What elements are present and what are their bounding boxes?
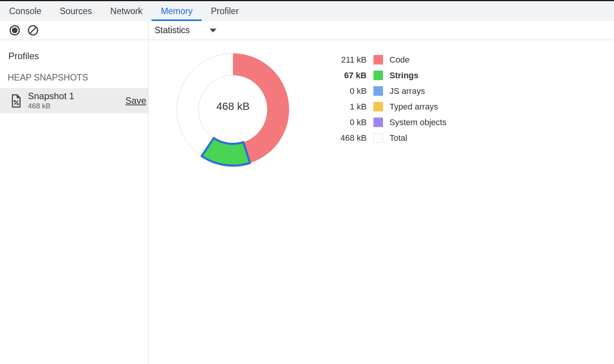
clear-button[interactable] — [24, 22, 41, 39]
tab-console[interactable]: Console — [0, 1, 50, 21]
snapshot-text: Snapshot 1 468 kB — [28, 91, 74, 110]
pie-slice-strings[interactable] — [202, 138, 250, 166]
toolbar-row: Statistics — [0, 21, 614, 40]
perspective-dropdown[interactable]: Statistics — [155, 25, 217, 35]
legend-swatch-strings — [373, 71, 383, 80]
perspective-dropdown-value: Statistics — [155, 25, 190, 35]
tab-memory[interactable]: Memory — [152, 1, 202, 21]
record-icon — [10, 25, 20, 35]
statistics-view: 468 kB 211 kBCode67 kBStrings0 kBJS arra… — [149, 40, 614, 364]
legend-value: 1 kB — [327, 102, 367, 112]
legend-value: 0 kB — [327, 118, 367, 127]
legend-label: Total — [389, 133, 407, 143]
devtools-tabbar: Console Sources Network Memory Profiler — [0, 1, 614, 21]
statistics-toolbar: Statistics — [149, 21, 614, 40]
legend-row-strings[interactable]: 67 kBStrings — [327, 68, 446, 83]
legend-label: System objects — [389, 118, 446, 127]
legend-row-js-arrays[interactable]: 0 kBJS arrays — [327, 83, 446, 99]
donut-center-label: 468 kB — [202, 100, 263, 113]
legend-row-typed-arrays[interactable]: 1 kBTyped arrays — [327, 99, 446, 114]
tab-sources[interactable]: Sources — [50, 1, 101, 21]
clear-icon — [28, 25, 38, 35]
snapshot-item[interactable]: Snapshot 1 468 kB Save — [0, 88, 148, 113]
legend-row-code[interactable]: 211 kBCode — [327, 52, 446, 68]
snapshot-size: 468 kB — [28, 102, 74, 110]
chevron-down-icon — [210, 29, 217, 32]
legend-label: Code — [389, 55, 410, 65]
legend-swatch-code — [373, 55, 383, 64]
legend-label: Strings — [389, 71, 418, 81]
snapshot-name: Snapshot 1 — [28, 91, 74, 101]
legend-value: 468 kB — [327, 133, 367, 143]
legend: 211 kBCode67 kBStrings0 kBJS arrays1 kBT… — [327, 52, 446, 146]
legend-swatch-total — [373, 133, 383, 143]
heap-snapshot-file-icon — [11, 94, 21, 108]
legend-value: 211 kB — [327, 55, 367, 65]
heap-snapshots-header: HEAP SNAPSHOTS — [8, 72, 148, 83]
devtools-memory-panel: Console Sources Network Memory Profiler … — [0, 0, 614, 364]
legend-row-system-objects[interactable]: 0 kBSystem objects — [327, 114, 446, 130]
legend-value: 67 kB — [327, 71, 367, 81]
legend-value: 0 kB — [327, 86, 367, 96]
legend-row-total[interactable]: 468 kBTotal — [327, 130, 446, 146]
legend-swatch-system-objects — [373, 118, 383, 127]
legend-label: JS arrays — [389, 86, 425, 96]
profiles-toolbar — [0, 21, 149, 40]
legend-swatch-typed-arrays — [373, 102, 383, 111]
tab-network[interactable]: Network — [101, 1, 152, 21]
tab-profiler[interactable]: Profiler — [202, 1, 248, 21]
profiles-sidebar: Profiles HEAP SNAPSHOTS Snapshot 1 468 k… — [0, 40, 149, 364]
legend-label: Typed arrays — [389, 102, 438, 112]
legend-swatch-js-arrays — [373, 86, 383, 96]
record-button[interactable] — [6, 22, 23, 39]
sidebar-title: Profiles — [8, 51, 148, 61]
snapshot-save-link[interactable]: Save — [125, 95, 146, 106]
